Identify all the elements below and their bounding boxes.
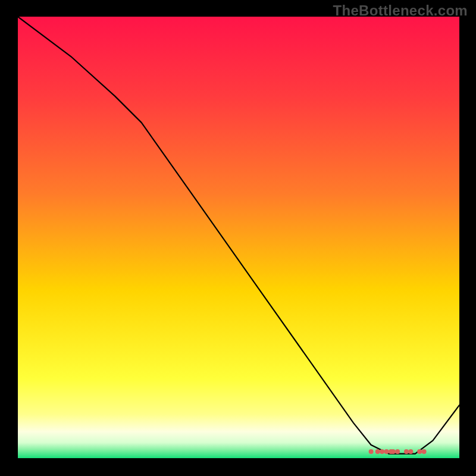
highlight-dot: [384, 449, 389, 454]
highlight-dot: [422, 449, 427, 454]
highlight-dot: [380, 449, 384, 454]
chart-plot-area: [18, 17, 459, 458]
highlight-dot: [391, 449, 396, 454]
highlight-dot: [404, 449, 409, 454]
chart-background: [18, 17, 459, 458]
highlight-dot: [417, 449, 422, 454]
highlight-dot: [375, 449, 380, 454]
highlight-dot: [395, 449, 400, 454]
highlight-dot: [408, 449, 413, 454]
highlight-dot: [369, 449, 374, 454]
chart-frame: TheBottleneck.com: [0, 0, 476, 476]
chart-svg: [18, 17, 459, 458]
